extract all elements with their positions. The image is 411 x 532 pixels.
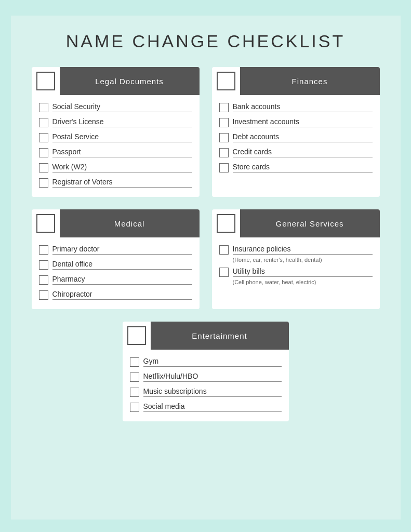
list-item: Social Security (39, 102, 192, 112)
checkbox-investment-accounts[interactable] (219, 118, 229, 127)
checkbox-store-cards[interactable] (219, 163, 229, 172)
section-general-checkbox-area (212, 209, 240, 237)
label-utility-bills: Utility bills (233, 267, 373, 277)
list-item: Gym (130, 357, 282, 367)
list-item: Pharmacy (39, 275, 192, 285)
list-item: Utility bills (219, 267, 373, 277)
list-item: Registrar of Voters (39, 178, 192, 188)
checkbox-gym[interactable] (130, 357, 139, 367)
section-medical: Medical Primary doctor Dental office Pha… (32, 209, 200, 309)
list-item: Investment accounts (219, 117, 373, 127)
section-general-big-checkbox[interactable] (217, 214, 235, 233)
entertainment-wrapper: Entertainment Gym Netflix/Hulu/HBO Music… (32, 322, 380, 421)
section-legal-header: Legal Documents (32, 67, 200, 95)
section-general: General Services Insurance policies (Hom… (212, 209, 380, 309)
checkbox-insurance-policies[interactable] (219, 245, 229, 255)
label-store-cards: Store cards (233, 163, 373, 172)
sublabel-utility-bills: (Cell phone, water, heat, electric) (233, 279, 373, 285)
section-medical-big-checkbox[interactable] (36, 214, 55, 233)
checkbox-dental-office[interactable] (39, 260, 48, 270)
section-finances-header: Finances (212, 67, 380, 95)
section-entertainment-big-checkbox[interactable] (127, 326, 146, 345)
section-legal-body: Social Security Driver's License Postal … (32, 95, 200, 197)
section-legal-big-checkbox[interactable] (36, 72, 55, 90)
checkbox-primary-doctor[interactable] (39, 245, 48, 255)
list-item: Primary doctor (39, 245, 192, 255)
section-entertainment-body: Gym Netflix/Hulu/HBO Music subscriptions… (123, 350, 289, 421)
section-legal-checkbox-area (32, 67, 60, 95)
list-item: Music subscriptions (130, 387, 282, 397)
label-social-security: Social Security (52, 102, 192, 112)
section-entertainment-title: Entertainment (151, 322, 289, 350)
section-medical-checkbox-area (32, 209, 60, 237)
list-item: Chiropractor (39, 290, 192, 300)
checkbox-debt-accounts[interactable] (219, 133, 229, 142)
section-general-header: General Services (212, 209, 380, 237)
sublabel-insurance-policies: (Home, car, renter's, health, dental) (233, 257, 373, 263)
checkbox-social-media[interactable] (130, 403, 139, 412)
section-entertainment-checkbox-area (123, 322, 151, 350)
label-insurance-policies: Insurance policies (233, 245, 373, 255)
checkbox-social-security[interactable] (39, 103, 48, 112)
checkbox-utility-bills[interactable] (219, 268, 229, 277)
section-medical-body: Primary doctor Dental office Pharmacy Ch… (32, 237, 200, 309)
label-postal-service: Postal Service (52, 132, 192, 142)
label-passport: Passport (52, 148, 192, 157)
section-finances: Finances Bank accounts Investment accoun… (212, 67, 380, 197)
checkbox-pharmacy[interactable] (39, 275, 48, 285)
sections-grid: Legal Documents Social Security Driver's… (32, 67, 380, 309)
section-finances-body: Bank accounts Investment accounts Debt a… (212, 95, 380, 182)
checkbox-postal-service[interactable] (39, 133, 48, 142)
label-dental-office: Dental office (52, 260, 192, 270)
label-pharmacy: Pharmacy (52, 275, 192, 285)
list-item: Netflix/Hulu/HBO (130, 372, 282, 382)
section-finances-title: Finances (240, 67, 380, 95)
checkbox-chiropractor[interactable] (39, 290, 48, 300)
label-netflix: Netflix/Hulu/HBO (143, 372, 282, 382)
label-debt-accounts: Debt accounts (233, 132, 373, 142)
list-item: Credit cards (219, 148, 373, 157)
label-chiropractor: Chiropractor (52, 290, 192, 300)
section-medical-title: Medical (60, 209, 200, 237)
label-bank-accounts: Bank accounts (233, 102, 373, 112)
section-medical-header: Medical (32, 209, 200, 237)
section-finances-checkbox-area (212, 67, 240, 95)
list-item: Debt accounts (219, 132, 373, 142)
section-general-body: Insurance policies (Home, car, renter's,… (212, 237, 380, 299)
section-legal: Legal Documents Social Security Driver's… (32, 67, 200, 197)
label-primary-doctor: Primary doctor (52, 245, 192, 255)
label-gym: Gym (143, 357, 282, 367)
list-item: Insurance policies (219, 245, 373, 255)
list-item: Work (W2) (39, 163, 192, 172)
section-entertainment-header: Entertainment (123, 322, 289, 350)
label-drivers-license: Driver's License (52, 117, 192, 127)
label-social-media: Social media (143, 402, 282, 412)
label-credit-cards: Credit cards (233, 148, 373, 157)
label-investment-accounts: Investment accounts (233, 117, 373, 127)
checkbox-work-w2[interactable] (39, 163, 48, 172)
section-general-title: General Services (240, 209, 380, 237)
section-legal-title: Legal Documents (60, 67, 200, 95)
list-item: Dental office (39, 260, 192, 270)
checkbox-music-subscriptions[interactable] (130, 388, 139, 397)
checkbox-bank-accounts[interactable] (219, 103, 229, 112)
list-item: Social media (130, 402, 282, 412)
checkbox-registrar[interactable] (39, 178, 48, 188)
list-item: Postal Service (39, 132, 192, 142)
list-item: Store cards (219, 163, 373, 172)
checkbox-netflix[interactable] (130, 373, 139, 382)
list-item: Passport (39, 148, 192, 157)
section-entertainment: Entertainment Gym Netflix/Hulu/HBO Music… (123, 322, 289, 421)
list-item: Driver's License (39, 117, 192, 127)
checkbox-passport[interactable] (39, 148, 48, 157)
list-item: Bank accounts (219, 102, 373, 112)
checkbox-drivers-license[interactable] (39, 118, 48, 127)
label-registrar: Registrar of Voters (52, 178, 192, 188)
page: NAME CHANGE CHECKLIST Legal Documents So… (11, 16, 401, 520)
page-title: NAME CHANGE CHECKLIST (32, 31, 380, 51)
label-music-subscriptions: Music subscriptions (143, 387, 282, 397)
section-finances-big-checkbox[interactable] (217, 72, 235, 90)
label-work-w2: Work (W2) (52, 163, 192, 172)
checkbox-credit-cards[interactable] (219, 148, 229, 157)
